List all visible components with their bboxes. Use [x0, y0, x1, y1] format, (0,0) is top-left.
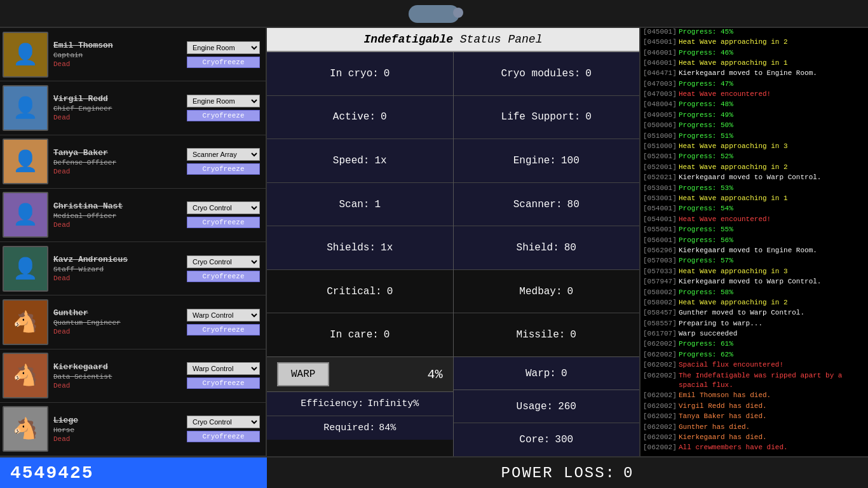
crew-member-gunther: 🐴GuntherQuantum EngineerDeadEngine RoomW…	[0, 295, 266, 349]
log-text: Preparing to warp...	[679, 319, 865, 329]
stat-active: Active: 0	[267, 96, 453, 140]
stat-engine: Engine: 100	[454, 139, 640, 183]
log-text: Emil Thomson has died.	[679, 391, 865, 400]
stat-core: Core: 300	[454, 423, 640, 456]
room-select-emil[interactable]: Engine RoomWarp ControlScanner ArrayCryo…	[187, 41, 260, 54]
cryo-button-kierkegaard[interactable]: Cryofreeze	[187, 377, 260, 389]
warp-button[interactable]: WARP	[277, 362, 329, 386]
log-time: [046471]	[643, 69, 679, 78]
room-select-tanya[interactable]: Engine RoomWarp ControlScanner ArrayCryo…	[187, 148, 260, 161]
log-entry: [058002] Progress: 58%	[643, 288, 865, 297]
efficiency-display: Efficiency: Infinity% Required: 84%	[267, 392, 453, 440]
log-time: [062002]	[643, 423, 679, 432]
crew-controls-tanya: Engine RoomWarp ControlScanner ArrayCryo…	[187, 148, 263, 175]
crew-info-gunther: GuntherQuantum EngineerDead	[53, 308, 184, 336]
log-text: Progress: 54%	[679, 204, 865, 214]
log-entry: [055001] Progress: 55%	[643, 225, 865, 234]
crew-panel: 👤Emil ThomsonCaptainDeadEngine RoomWarp …	[0, 28, 267, 456]
log-entry: [053001] Heat Wave approaching in 1	[643, 194, 865, 203]
crew-role-kierkegaard: Data Scientist	[53, 373, 184, 381]
avatar-kavz: 👤	[3, 246, 48, 292]
crew-info-kierkegaard: KierkegaardData ScientistDead	[53, 362, 184, 390]
log-text: Progress: 56%	[679, 236, 865, 245]
log-text: Progress: 46%	[679, 48, 865, 58]
log-time: [062002]	[643, 371, 679, 391]
log-text: Virgil Redd has died.	[679, 402, 865, 411]
room-select-kavz[interactable]: Engine RoomWarp ControlScanner ArrayCryo…	[187, 255, 260, 268]
log-entry: [057003] Progress: 57%	[643, 256, 865, 266]
crew-status-kavz: Dead	[53, 274, 184, 282]
room-select-kierkegaard[interactable]: Engine RoomWarp ControlScanner ArrayCryo…	[187, 362, 260, 375]
avatar-tanya: 👤	[3, 139, 48, 184]
log-time: [049005]	[643, 111, 679, 120]
log-entry: [050006] Progress: 50%	[643, 121, 865, 130]
cryo-button-christina[interactable]: Cryofreeze	[187, 217, 260, 228]
log-text: Heat Wave approaching in 1	[679, 58, 865, 68]
log-entry: [056296] Kierkegaard moved to Engine Roo…	[643, 246, 865, 255]
crew-member-kavz: 👤Kavz AndronicusStaff WizardDeadEngine R…	[0, 242, 266, 295]
avatar-christina: 👤	[3, 192, 48, 238]
log-text: Progress: 51%	[679, 132, 865, 141]
room-select-virgil[interactable]: Engine RoomWarp ControlScanner ArrayCryo…	[187, 95, 260, 107]
log-text: Heat Wave approaching in 1	[679, 194, 865, 203]
log-text: Heat Wave approaching in 3	[679, 142, 865, 151]
bottom-left-col: WARP 4% Efficiency: Infinity% Required: …	[267, 357, 454, 456]
crew-status-liege: Dead	[53, 435, 184, 443]
cryo-button-emil[interactable]: Cryofreeze	[187, 57, 260, 68]
cryo-button-virgil[interactable]: Cryofreeze	[187, 110, 260, 121]
log-entry: [062002] Tanya Baker has died.	[643, 412, 865, 421]
crew-controls-liege: Engine RoomWarp ControlScanner ArrayCryo…	[187, 416, 263, 442]
crew-status-tanya: Dead	[53, 168, 184, 175]
log-text: Kierkegaard has died.	[679, 433, 865, 442]
log-time: [062002]	[643, 402, 679, 411]
log-time: [056296]	[643, 246, 679, 255]
room-select-christina[interactable]: Engine RoomWarp ControlScanner ArrayCryo…	[187, 201, 260, 214]
log-text: Progress: 47%	[679, 79, 865, 89]
log-time: [051000]	[643, 142, 679, 151]
crew-info-virgil: Virgil ReddChief EngineerDead	[53, 94, 184, 121]
log-time: [062002]	[643, 433, 679, 442]
cryo-button-gunther[interactable]: Cryofreeze	[187, 324, 260, 336]
stat-shields: Shields: 1x	[267, 226, 453, 270]
stat-shield: Shield: 80	[454, 226, 640, 270]
crew-name-liege: Liege	[53, 416, 184, 425]
log-entry: [045001] Progress: 45%	[643, 28, 865, 37]
log-entry: [053001] Progress: 53%	[643, 184, 865, 193]
crew-member-kierkegaard: 🐴KierkegaardData ScientistDeadEngine Roo…	[0, 349, 266, 403]
crew-member-christina: 👤Christina NastMedical OfficerDeadEngine…	[0, 189, 266, 242]
crew-member-virgil: 👤Virgil ReddChief EngineerDeadEngine Roo…	[0, 81, 266, 135]
crew-role-christina: Medical Officer	[53, 212, 184, 220]
efficiency-row: Efficiency: Infinity%	[267, 392, 453, 416]
log-time: [052001]	[643, 152, 679, 161]
crew-status-virgil: Dead	[53, 114, 184, 121]
crew-info-christina: Christina NastMedical OfficerDead	[53, 201, 184, 229]
log-text: Heat Wave encountered!	[679, 90, 865, 99]
bottom-stats: WARP 4% Efficiency: Infinity% Required: …	[267, 356, 639, 456]
status-panel: Indefatigable Status Panel In cryo: 0 Ac…	[267, 28, 639, 456]
cryo-button-kavz[interactable]: Cryofreeze	[187, 271, 260, 282]
log-text: Kierkegaard moved to Engine Room.	[679, 246, 865, 255]
log-text: Heat Wave approaching in 2	[679, 37, 865, 47]
log-time: [061707]	[643, 329, 679, 339]
stats-left-col: In cryo: 0 Active: 0 Speed: 1x Scan: 1 S…	[267, 52, 454, 356]
avatar-gunther: 🐴	[3, 299, 48, 345]
cryo-button-tanya[interactable]: Cryofreeze	[187, 163, 260, 175]
log-time: [052021]	[643, 173, 679, 182]
log-entry: [049005] Progress: 49%	[643, 111, 865, 120]
crew-name-christina: Christina Nast	[53, 201, 184, 211]
log-text: Progress: 50%	[679, 121, 865, 130]
score-display: 4549425	[0, 458, 267, 488]
warp-row: WARP 4%	[267, 357, 453, 392]
log-entry: [062002] The Indefatigable was ripped ap…	[643, 371, 865, 391]
bottom-bar: 4549425 POWER LOSS: 0	[0, 456, 868, 488]
crew-controls-emil: Engine RoomWarp ControlScanner ArrayCryo…	[187, 41, 263, 68]
cryo-button-liege[interactable]: Cryofreeze	[187, 431, 260, 442]
room-select-liege[interactable]: Engine RoomWarp ControlScanner ArrayCryo…	[187, 416, 260, 428]
crew-name-virgil: Virgil Redd	[53, 94, 184, 104]
room-select-gunther[interactable]: Engine RoomWarp ControlScanner ArrayCryo…	[187, 309, 260, 322]
log-time: [054001]	[643, 204, 679, 214]
log-entry: [062002] All crewmembers have died.	[643, 443, 865, 452]
log-text: Kierkegaard moved to Warp Control.	[679, 173, 865, 182]
crew-role-virgil: Chief Engineer	[53, 105, 184, 112]
crew-controls-kierkegaard: Engine RoomWarp ControlScanner ArrayCryo…	[187, 362, 263, 389]
